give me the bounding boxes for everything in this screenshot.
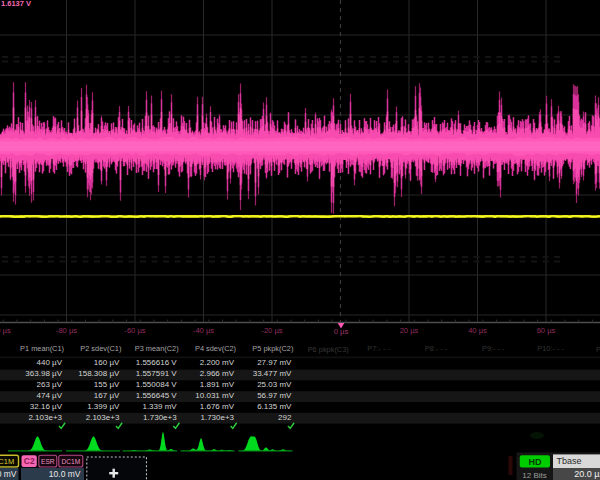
- svg-text:ESR: ESR: [41, 458, 55, 465]
- svg-text:-20 µs: -20 µs: [261, 326, 282, 335]
- svg-text:20 µs: 20 µs: [400, 326, 419, 335]
- svg-text:2.103e+3: 2.103e+3: [86, 413, 120, 422]
- svg-text:263 µV: 263 µV: [36, 380, 62, 389]
- svg-text:-40 µs: -40 µs: [193, 326, 214, 335]
- svg-text:1.730e+3: 1.730e+3: [200, 413, 234, 422]
- svg-text:33.477 mV: 33.477 mV: [253, 369, 292, 378]
- svg-text:1.399 µV: 1.399 µV: [87, 402, 120, 411]
- svg-text:P5 pkpk(C2): P5 pkpk(C2): [252, 344, 293, 353]
- svg-text:1.891 mV: 1.891 mV: [200, 380, 235, 389]
- svg-text:DC1M: DC1M: [61, 458, 80, 465]
- svg-text:P11:- - -: P11:- - -: [596, 345, 600, 354]
- svg-text:155 µV: 155 µV: [94, 380, 120, 389]
- svg-text:25.03 mV: 25.03 mV: [257, 380, 292, 389]
- svg-text:440 µV: 440 µV: [36, 358, 62, 367]
- svg-text:1.339 mV: 1.339 mV: [142, 402, 177, 411]
- svg-text:2.966 mV: 2.966 mV: [200, 369, 235, 378]
- svg-text:P9:- - -: P9:- - -: [482, 344, 505, 353]
- svg-text:P4 sdev(C2): P4 sdev(C2): [195, 344, 236, 353]
- svg-text:-100 µs: -100 µs: [0, 326, 11, 335]
- svg-text:158.308 µV: 158.308 µV: [78, 369, 120, 378]
- svg-text:32.16 µV: 32.16 µV: [30, 402, 63, 411]
- svg-text:1.6137 V: 1.6137 V: [1, 0, 31, 8]
- svg-text:1.556616 V: 1.556616 V: [136, 358, 178, 367]
- svg-text:-60 µs: -60 µs: [124, 326, 145, 335]
- svg-text:2.200 mV: 2.200 mV: [200, 358, 235, 367]
- svg-text:292: 292: [278, 413, 292, 422]
- svg-text:C2: C2: [24, 456, 35, 466]
- svg-text:P2 sdev(C1): P2 sdev(C1): [80, 344, 121, 353]
- svg-text:Tbase: Tbase: [557, 456, 582, 466]
- svg-text:10.0 mV: 10.0 mV: [49, 469, 81, 479]
- svg-text:1.557591 V: 1.557591 V: [136, 369, 178, 378]
- svg-text:1.556645 V: 1.556645 V: [136, 391, 178, 400]
- svg-text:12 Bits: 12 Bits: [522, 471, 546, 480]
- svg-text:474 µV: 474 µV: [36, 391, 62, 400]
- svg-text:167 µV: 167 µV: [94, 391, 120, 400]
- svg-text:-80 µs: -80 µs: [56, 326, 77, 335]
- svg-text:27.97 mV: 27.97 mV: [257, 358, 292, 367]
- svg-text:P1 mean(C1): P1 mean(C1): [20, 344, 64, 353]
- svg-text:P6 pkpk(C3): P6 pkpk(C3): [308, 345, 349, 354]
- svg-text:10.031 mV: 10.031 mV: [195, 391, 234, 400]
- svg-text:P8:- - -: P8:- - -: [425, 344, 448, 353]
- svg-text:56.97 mV: 56.97 mV: [257, 391, 292, 400]
- svg-text:6.135 mV: 6.135 mV: [257, 402, 292, 411]
- svg-text:0 mV: 0 mV: [0, 469, 17, 479]
- svg-text:1.550084 V: 1.550084 V: [136, 380, 178, 389]
- svg-text:DC1M: DC1M: [0, 457, 14, 466]
- svg-text:HD: HD: [529, 457, 542, 467]
- svg-text:363.98 µV: 363.98 µV: [25, 369, 62, 378]
- svg-text:1.730e+3: 1.730e+3: [143, 413, 177, 422]
- svg-text:160 µV: 160 µV: [94, 358, 120, 367]
- svg-text:P3 mean(C2): P3 mean(C2): [135, 344, 179, 353]
- svg-text:1.676 mV: 1.676 mV: [200, 402, 235, 411]
- svg-text:40 µs: 40 µs: [468, 326, 487, 335]
- svg-text:P10:- - -: P10:- - -: [537, 344, 564, 353]
- svg-text:P7:- - -: P7:- - -: [367, 344, 390, 353]
- svg-text:60 µs: 60 µs: [537, 326, 556, 335]
- svg-text:2.103e+3: 2.103e+3: [28, 413, 62, 422]
- svg-text:20.0 µs: 20.0 µs: [574, 469, 600, 479]
